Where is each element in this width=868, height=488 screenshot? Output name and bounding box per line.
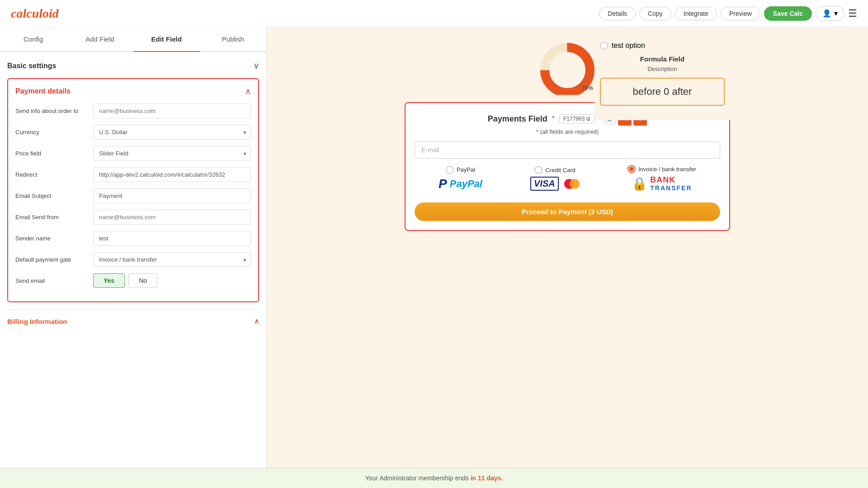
currency-label: Currency (15, 129, 88, 136)
payment-card-collapse-btn[interactable]: ∧ (245, 86, 251, 96)
basic-settings-header: Basic settings ∨ (7, 59, 259, 73)
save-calc-button[interactable]: Save Calc (764, 6, 812, 21)
before-after-box: before 0 after (600, 78, 725, 106)
billing-section: Billing Information ∧ (7, 310, 259, 329)
email-placeholder-text: E-mail (421, 146, 439, 154)
price-field-label: Price field (15, 150, 88, 157)
email-input-preview[interactable]: E-mail (415, 141, 720, 159)
billing-title: Billing Information (7, 318, 67, 325)
proceed-to-payment-button[interactable]: Proceed to Payment (3 USD) (415, 202, 720, 221)
tab-edit-field[interactable]: Edit Field (133, 27, 200, 52)
main-layout: Config Add Field Edit Field Publish Basi… (0, 27, 868, 488)
redirect-row: Redirect (15, 167, 251, 182)
bottom-bar-text: Your Administrator membership ends (365, 474, 471, 482)
tab-bar: Config Add Field Edit Field Publish (0, 27, 266, 52)
send-info-label: Send info about order to (15, 108, 88, 114)
paypal-logo: P PayPal (439, 177, 482, 191)
email-subject-input[interactable] (93, 188, 251, 203)
bottom-notification-bar: Your Administrator membership ends in 11… (0, 468, 868, 488)
copy-field-icon[interactable]: ⧉ (586, 116, 590, 122)
paypal-text-icon: PayPal (450, 178, 482, 190)
payment-card-header: Payment details ∧ (15, 86, 251, 96)
details-button[interactable]: Details (599, 7, 636, 20)
paypal-radio-row: PayPal (446, 166, 475, 174)
currency-row: Currency U.S. Dollar ▾ (15, 125, 251, 140)
field-id-text: F177963 (563, 116, 585, 122)
payment-details-card: Payment details ∧ Send info about order … (7, 78, 259, 302)
bank-lock-icon: 🔒 (632, 176, 647, 191)
payments-field-card: Payments Field * F177963 ⧉ ⧉ ✎ + * (all … (405, 102, 730, 231)
billing-section-header: Billing Information ∧ (7, 314, 259, 329)
sender-name-input[interactable] (93, 231, 251, 246)
basic-settings-chevron[interactable]: ∨ (253, 61, 259, 71)
avatar-button[interactable]: 👤 ▾ (816, 6, 844, 21)
avatar-icon: 👤 (822, 9, 831, 18)
proceed-btn-wrapper: Proceed to Payment (3 USD) (415, 199, 720, 221)
tab-add-field[interactable]: Add Field (66, 27, 133, 52)
paypal-option[interactable]: PayPal P PayPal (439, 166, 482, 191)
donut-chart-container: 75% (533, 36, 601, 95)
mastercard-icon (564, 179, 580, 189)
paypal-p-icon: P (439, 177, 447, 191)
default-payment-select[interactable]: Invoice / bank transfer (93, 252, 251, 267)
left-panel: Config Add Field Edit Field Publish Basi… (0, 27, 267, 488)
yes-button[interactable]: Yes (93, 273, 125, 288)
send-info-row: Send info about order to (15, 103, 251, 118)
right-sidebar: test option Formula Field Description be… (594, 36, 730, 120)
avatar-chevron: ▾ (834, 9, 838, 18)
test-option-label: test option (612, 42, 645, 50)
redirect-input[interactable] (93, 167, 251, 182)
credit-card-radio-row: Credit Card (534, 166, 575, 174)
copy-button[interactable]: Copy (639, 7, 671, 20)
formula-field-title: Formula Field (600, 55, 725, 63)
no-button[interactable]: No (128, 273, 157, 288)
sender-name-row: Sender name (15, 231, 251, 246)
preview-button[interactable]: Preview (721, 7, 760, 20)
send-email-row: Send email Yes No (15, 273, 251, 288)
send-email-label: Send email (15, 277, 88, 284)
field-id-badge: F177963 ⧉ (559, 114, 594, 123)
test-option-radio[interactable] (600, 42, 608, 50)
paypal-radio[interactable] (446, 166, 454, 174)
email-send-from-input[interactable] (93, 210, 251, 225)
menu-button[interactable]: ☰ (848, 8, 857, 19)
bank-transfer-radio-inner (629, 167, 634, 171)
test-option-row: test option (600, 42, 725, 50)
credit-card-option[interactable]: Credit Card VISA (530, 166, 580, 191)
required-asterisk: * (552, 115, 555, 123)
credit-card-radio[interactable] (534, 166, 542, 174)
bank-transfer-option[interactable]: Invoice / bank transfer 🔒 BANK TRANSFER (627, 165, 696, 192)
logo: calculoid (11, 6, 59, 21)
bank-transfer-label: Invoice / bank transfer (638, 166, 696, 173)
integrate-button[interactable]: Integrate (675, 7, 717, 20)
currency-select[interactable]: U.S. Dollar (93, 125, 251, 140)
default-payment-label: Default payment gate (15, 256, 88, 263)
visa-icon: VISA (530, 177, 559, 191)
visa-mc-logo: VISA (530, 177, 580, 191)
preview-main: 75% test option Formula Field Descriptio… (405, 36, 730, 479)
bank-text-line2: TRANSFER (650, 185, 692, 192)
payments-field-title: Payments Field (488, 114, 547, 124)
price-field-select[interactable]: Slider Field (93, 146, 251, 161)
billing-chevron-icon[interactable]: ∧ (254, 317, 259, 325)
description-label: Description (600, 66, 725, 72)
nav-actions: Details Copy Integrate Preview Save Calc… (599, 6, 857, 21)
bank-text-wrap: BANK TRANSFER (650, 176, 692, 192)
mc-circle-orange (570, 179, 580, 189)
payment-options: PayPal P PayPal Credit Card (415, 165, 720, 192)
tab-publish[interactable]: Publish (200, 27, 266, 52)
email-subject-row: Email Subject (15, 188, 251, 203)
credit-card-label: Credit Card (545, 167, 575, 174)
bottom-bar-highlight: in 11 days. (471, 474, 503, 482)
currency-select-wrapper: U.S. Dollar ▾ (93, 125, 251, 140)
default-payment-select-wrapper: Invoice / bank transfer ▾ (93, 252, 251, 267)
tab-config[interactable]: Config (0, 27, 66, 52)
paypal-label: PayPal (457, 166, 475, 173)
top-navigation: calculoid Details Copy Integrate Preview… (0, 0, 868, 27)
bank-transfer-logo: 🔒 BANK TRANSFER (632, 176, 692, 192)
bank-transfer-radio[interactable] (627, 165, 636, 173)
send-info-input[interactable] (93, 103, 251, 118)
price-field-select-wrapper: Slider Field ▾ (93, 146, 251, 161)
right-panel: 75% test option Formula Field Descriptio… (267, 27, 868, 488)
email-send-from-label: Email Send from (15, 214, 88, 221)
